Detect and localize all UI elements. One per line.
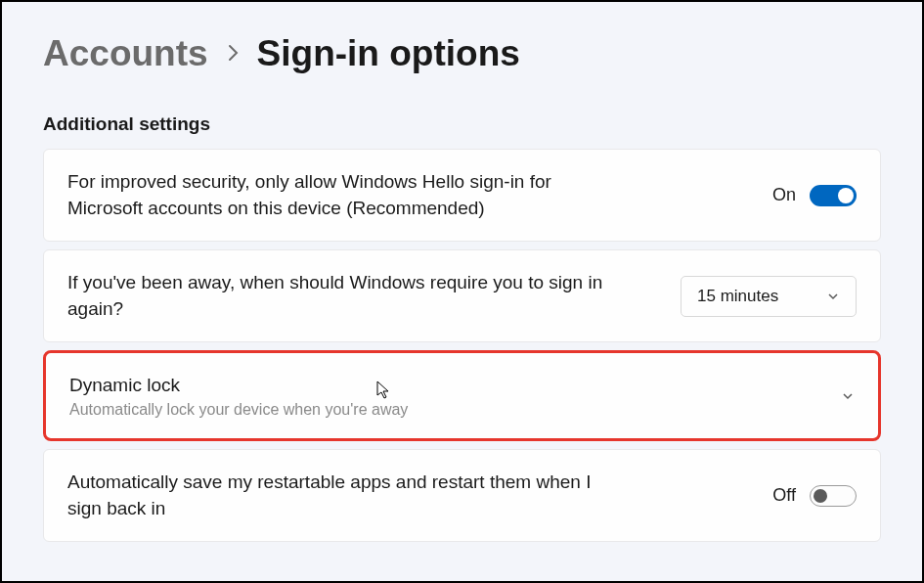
auto-restart-toggle[interactable] — [810, 485, 857, 507]
breadcrumb: Accounts Sign-in options — [43, 33, 881, 74]
setting-card-signin-required: If you've been away, when should Windows… — [43, 249, 881, 342]
toggle-state-label: Off — [772, 485, 796, 506]
setting-subtitle: Automatically lock your device when you'… — [69, 401, 617, 419]
chevron-down-icon — [841, 389, 855, 403]
setting-title: If you've been away, when should Windows… — [67, 270, 615, 322]
chevron-down-icon — [826, 290, 840, 303]
toggle-state-label: On — [772, 185, 796, 205]
setting-card-auto-restart: Automatically save my restartable apps a… — [43, 449, 881, 542]
setting-card-dynamic-lock[interactable]: Dynamic lock Automatically lock your dev… — [43, 350, 881, 441]
chevron-right-icon — [226, 38, 240, 69]
setting-card-windows-hello: For improved security, only allow Window… — [43, 149, 881, 242]
dropdown-value: 15 minutes — [697, 287, 778, 306]
setting-title: For improved security, only allow Window… — [67, 169, 615, 221]
setting-title: Automatically save my restartable apps a… — [67, 470, 615, 521]
windows-hello-toggle[interactable] — [810, 185, 857, 206]
breadcrumb-current: Sign-in options — [257, 33, 520, 74]
breadcrumb-parent[interactable]: Accounts — [43, 33, 208, 74]
signin-timeout-dropdown[interactable]: 15 minutes — [681, 276, 857, 317]
setting-title: Dynamic lock — [69, 373, 617, 399]
section-heading: Additional settings — [43, 113, 881, 135]
